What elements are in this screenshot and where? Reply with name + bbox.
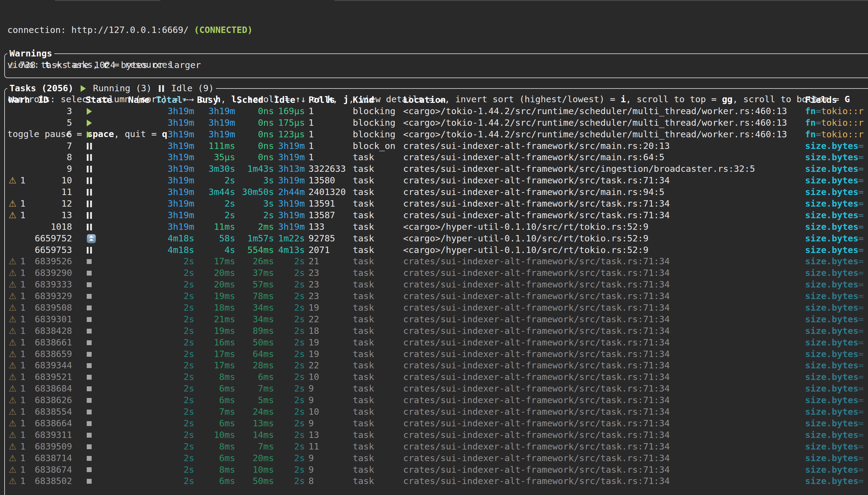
task-row[interactable]: ⚠168386842s6ms7ms2s9taskcrates/sui-index… xyxy=(7,383,868,395)
column-header-polls[interactable]: Polls xyxy=(305,94,353,106)
task-row[interactable]: ⚠168393012s21ms34ms2s22taskcrates/sui-in… xyxy=(7,314,868,325)
window-edge-highlight xyxy=(334,0,868,1)
task-row[interactable]: 53h19m3h19m0ns175µs1blocking<cargo>/toki… xyxy=(7,117,868,129)
column-header-busy[interactable]: Busy xyxy=(194,94,235,106)
cell-sched: 0ns xyxy=(235,140,274,152)
task-row[interactable]: 93h19m3m30s1m43s3h13m3322633taskcrates/s… xyxy=(7,163,868,175)
field-equals: = xyxy=(858,141,864,151)
duration-value: 2s xyxy=(184,407,194,417)
task-row[interactable]: ⚠168384282s19ms89ms2s18taskcrates/sui-in… xyxy=(7,325,868,337)
duration-value: 24ms xyxy=(253,407,274,417)
task-row[interactable]: 10183h19m11ms2ms3h19m133task<cargo>/hype… xyxy=(7,221,868,233)
task-row[interactable]: 113h19m3m44s30m50s2h44m2401320taskcrates… xyxy=(7,186,868,198)
task-row[interactable]: ⚠168386612s16ms50ms2s19taskcrates/sui-in… xyxy=(7,337,868,348)
completed-state-icon xyxy=(87,456,91,461)
cell-kind: task xyxy=(353,464,403,476)
duration-value: 175µs xyxy=(278,118,305,128)
cell-fields: size.bytes= xyxy=(805,221,868,233)
task-row[interactable]: 73h19m111ms0ns3h19m1block_oncrates/sui-i… xyxy=(7,140,868,152)
cell-polls: 19 xyxy=(305,348,353,360)
cell-location: <cargo>/tokio-1.44.2/src/runtime/schedul… xyxy=(403,129,805,140)
column-header-kind[interactable]: Kind xyxy=(353,94,403,106)
column-header-warn[interactable]: Warn xyxy=(7,94,34,106)
cell-busy: 2s xyxy=(194,175,235,186)
column-header-idle[interactable]: Idle xyxy=(274,94,305,106)
task-row[interactable]: ⚠168395092s8ms7ms2s11taskcrates/sui-inde… xyxy=(7,441,868,453)
cell-location: crates/sui-indexer-alt-framework/src/mai… xyxy=(403,186,805,198)
task-row[interactable]: 83h19m35µs0ns3h19m1taskcrates/sui-indexe… xyxy=(7,152,868,163)
cell-id: 6838674 xyxy=(34,464,72,476)
tasks-count-label: Tasks (2056) xyxy=(10,83,73,94)
field-key: size.bytes xyxy=(805,291,858,301)
completed-state-icon xyxy=(87,375,91,380)
field-equals: = xyxy=(816,118,821,128)
field-key: size.bytes xyxy=(805,175,858,186)
field-key: size.bytes xyxy=(805,222,858,232)
cell-total: 2s xyxy=(156,279,194,291)
column-header-id[interactable]: ID xyxy=(34,94,72,106)
task-row[interactable]: ⚠168386642s6ms13ms2s9taskcrates/sui-inde… xyxy=(7,418,868,429)
cell-idle: 2s xyxy=(274,383,305,395)
cell-warn: ⚠1 xyxy=(7,267,34,279)
cell-location: crates/sui-indexer-alt-framework/src/tas… xyxy=(403,291,805,302)
task-row[interactable]: ⚠168392902s20ms37ms2s23taskcrates/sui-in… xyxy=(7,267,868,279)
task-row[interactable]: ⚠168385542s7ms24ms2s10taskcrates/sui-ind… xyxy=(7,406,868,418)
field-equals: = xyxy=(858,256,864,267)
duration-value: 2s xyxy=(184,360,194,371)
cell-kind: task xyxy=(353,429,403,441)
task-row[interactable]: ⚠168393332s20ms57ms2s23taskcrates/sui-in… xyxy=(7,279,868,291)
field-equals: = xyxy=(858,407,864,417)
column-header-state[interactable]: State xyxy=(72,94,128,106)
cell-state xyxy=(72,479,128,484)
cell-busy: 58s xyxy=(194,233,235,244)
task-row[interactable]: ⚠1123h19m2s3s3h19m13591taskcrates/sui-in… xyxy=(7,198,868,210)
duration-value: 3h19m xyxy=(278,152,305,163)
task-row[interactable]: ⚠168395082s18ms34ms2s19taskcrates/sui-in… xyxy=(7,302,868,314)
task-row[interactable]: ⚠168395212s8ms6ms2s10taskcrates/sui-inde… xyxy=(7,371,868,383)
task-row[interactable]: ⚠168387142s6ms20ms2s9taskcrates/sui-inde… xyxy=(7,453,868,464)
task-row[interactable]: 66597524m18s58s1m57s1m22s92785task<cargo… xyxy=(7,233,868,244)
cell-state xyxy=(72,398,128,403)
cell-state xyxy=(72,317,128,322)
column-header-fields[interactable]: Fields xyxy=(805,94,868,106)
duration-value: 1m22s xyxy=(278,233,305,243)
cell-polls: 22 xyxy=(305,314,353,325)
task-row[interactable]: ⚠168385022s6ms50ms2s8taskcrates/sui-inde… xyxy=(7,476,868,487)
cell-location: <cargo>/hyper-util-0.1.10/src/rt/tokio.r… xyxy=(403,244,805,256)
column-header-location[interactable]: Location xyxy=(403,94,805,106)
field-equals: = xyxy=(858,175,864,186)
task-row[interactable]: ⚠1133h19m2s2s3h19m13587taskcrates/sui-in… xyxy=(7,210,868,221)
running-state-icon xyxy=(87,108,92,115)
duration-value: 3h19m xyxy=(168,187,194,197)
task-row[interactable]: 66597534m18s4s554ms4m13s2071task<cargo>/… xyxy=(7,244,868,256)
column-header-name[interactable]: Name xyxy=(128,94,156,106)
cell-warn: ⚠1 xyxy=(7,302,34,314)
task-row[interactable]: 33h19m3h19m0ns169µs1blocking<cargo>/toki… xyxy=(7,106,868,117)
task-row[interactable]: ⚠168393292s19ms78ms2s23taskcrates/sui-in… xyxy=(7,291,868,302)
cell-id: 3 xyxy=(34,106,72,117)
duration-value: 4m18s xyxy=(168,233,194,243)
cell-sched: 34ms xyxy=(235,302,274,314)
task-row[interactable]: ⚠168386592s17ms64ms2s19taskcrates/sui-in… xyxy=(7,348,868,360)
cell-fields: size.bytes= xyxy=(805,441,868,453)
duration-value: 28ms xyxy=(253,360,274,371)
cell-idle: 3h19m xyxy=(274,210,305,221)
task-row[interactable]: ⚠168386742s8ms10ms2s9taskcrates/sui-inde… xyxy=(7,464,868,476)
cell-idle: 2s xyxy=(274,348,305,360)
task-row[interactable]: ⚠168386262s6ms5ms2s9taskcrates/sui-index… xyxy=(7,395,868,406)
column-header-sched[interactable]: Sched xyxy=(235,94,274,106)
cell-location: crates/sui-indexer-alt-framework/src/tas… xyxy=(403,441,805,453)
task-row[interactable]: 63h19m3h19m0ns123µs1blocking<cargo>/toki… xyxy=(7,129,868,140)
task-row[interactable]: ⚠168393442s17ms28ms2s22taskcrates/sui-in… xyxy=(7,360,868,371)
task-row[interactable]: ⚠168395262s17ms26ms2s21taskcrates/sui-in… xyxy=(7,256,868,267)
cell-sched: 0ns xyxy=(235,106,274,117)
warning-triangle-icon: ⚠ xyxy=(9,303,16,313)
duration-value: 26ms xyxy=(253,256,274,267)
cell-sched: 3s xyxy=(235,198,274,210)
cell-sched: 0ns xyxy=(235,129,274,140)
duration-value: 1m57s xyxy=(247,233,274,243)
column-header-total[interactable]: Total▿ xyxy=(156,94,194,106)
task-row[interactable]: ⚠168393112s10ms14ms2s13taskcrates/sui-in… xyxy=(7,429,868,441)
cell-location: crates/sui-indexer-alt-framework/src/tas… xyxy=(403,302,805,314)
task-row[interactable]: ⚠1103h19m2s3s3h19m13580taskcrates/sui-in… xyxy=(7,175,868,186)
